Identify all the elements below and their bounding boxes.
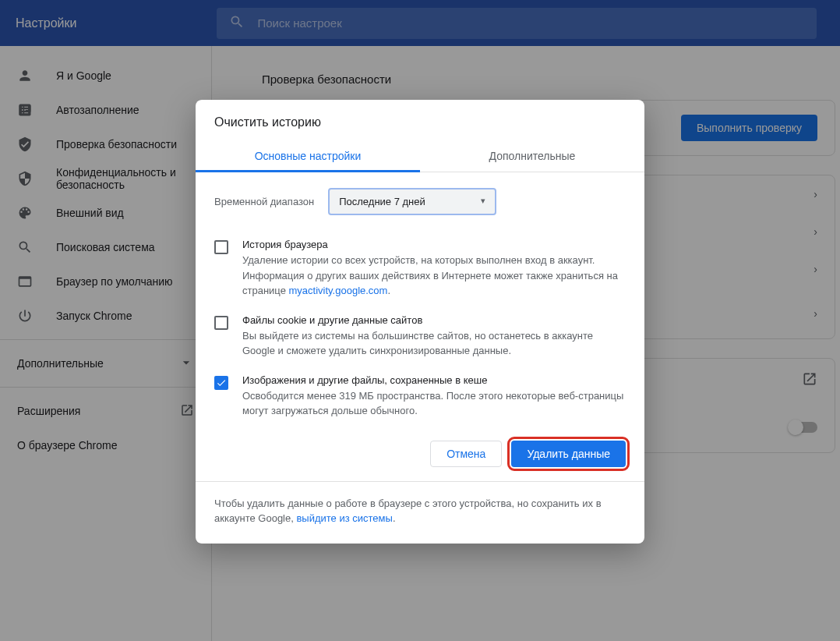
option-row-cookies: Файлы cookie и другие данные сайтов Вы в…	[196, 306, 644, 367]
option-title: История браузера	[242, 239, 626, 250]
signout-link[interactable]: выйдите из системы	[296, 512, 392, 524]
dialog-footer: Чтобы удалить данные о работе в браузере…	[196, 481, 644, 544]
time-range-row: Временной диапазон Последние 7 дней	[196, 172, 644, 231]
checkbox[interactable]	[214, 316, 228, 330]
dialog-tabs: Основные настройки Дополнительные	[196, 140, 644, 172]
myactivity-link[interactable]: myactivity.google.com	[289, 285, 388, 296]
clear-data-dialog: Очистить историю Основные настройки Допо…	[196, 100, 644, 544]
option-title: Файлы cookie и другие данные сайтов	[242, 314, 626, 326]
checkbox[interactable]	[214, 240, 228, 254]
option-row-history: История браузера Удаление истории со все…	[196, 231, 644, 306]
tab-basic[interactable]: Основные настройки	[196, 140, 420, 172]
time-range-select[interactable]: Последние 7 дней	[328, 188, 496, 215]
option-row-cache: Изображения и другие файлы, сохраненные …	[196, 367, 644, 427]
cancel-button[interactable]: Отмена	[430, 441, 502, 467]
option-desc: Удаление истории со всех устройств, на к…	[242, 253, 626, 299]
delete-data-button[interactable]: Удалить данные	[511, 441, 626, 467]
dialog-buttons: Отмена Удалить данные	[196, 427, 644, 481]
modal-overlay: Очистить историю Основные настройки Допо…	[0, 0, 840, 641]
option-desc: Вы выйдете из системы на большинстве сай…	[242, 328, 626, 359]
checkbox[interactable]	[214, 376, 228, 390]
dialog-title: Очистить историю	[196, 100, 644, 140]
option-desc: Освободится менее 319 МБ пространства. П…	[242, 388, 626, 419]
time-range-label: Временной диапазон	[214, 196, 314, 207]
option-title: Изображения и другие файлы, сохраненные …	[242, 374, 626, 386]
tab-advanced[interactable]: Дополнительные	[420, 140, 644, 172]
